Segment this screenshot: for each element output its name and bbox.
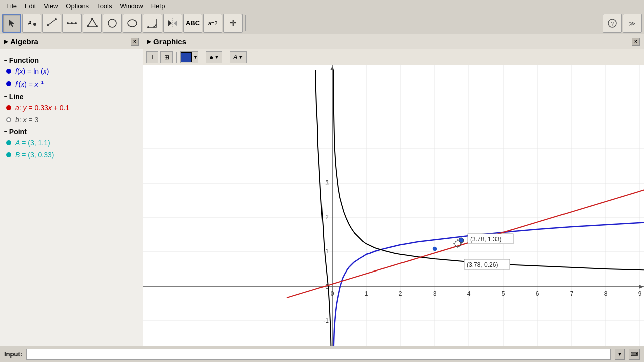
tool-point[interactable]: A: [22, 14, 41, 33]
menu-tools[interactable]: Tools: [93, 1, 116, 11]
svg-point-16: [147, 26, 149, 28]
algebra-item-point-A: A = (3, 1.1): [4, 138, 139, 148]
label-icon: A: [233, 54, 237, 61]
svg-marker-10: [88, 19, 97, 26]
line-b-dot: [6, 117, 11, 122]
section-function: − Function: [4, 56, 139, 64]
tool-text[interactable]: ABC: [183, 14, 202, 33]
tool-polygon[interactable]: [83, 14, 102, 33]
point-B-formula: B = (3, 0.33): [15, 151, 54, 159]
point-toggle[interactable]: −: [4, 129, 7, 134]
input-arrow-btn[interactable]: ▼: [615, 349, 625, 360]
fx-formula: f(x) = ln (x): [15, 67, 49, 75]
svg-text:?: ?: [611, 21, 614, 27]
color-dropdown-arrow[interactable]: ▼: [193, 55, 198, 60]
menu-help[interactable]: Help: [147, 1, 169, 11]
input-label: Input:: [4, 350, 22, 358]
input-field[interactable]: [26, 349, 611, 360]
gtool-sep1: [176, 52, 177, 63]
point-A-marker[interactable]: [432, 246, 437, 251]
svg-line-4: [48, 19, 56, 25]
main-toolbar: A: [0, 12, 644, 34]
line-toggle[interactable]: −: [4, 94, 7, 99]
svg-text:1: 1: [365, 290, 368, 297]
point-A-dot: [6, 140, 11, 145]
line-a-formula: a: y = 0.33x + 0.1: [15, 104, 69, 112]
menu-bar: File Edit View Options Tools Window Help: [0, 0, 644, 12]
menu-edit[interactable]: Edit: [21, 1, 40, 11]
color-picker-btn[interactable]: ▼: [180, 51, 198, 63]
svg-point-5: [55, 18, 57, 20]
svg-rect-23: [143, 65, 644, 346]
tool-reflect[interactable]: [163, 14, 182, 33]
algebra-panel-toggle[interactable]: ▶: [4, 39, 8, 44]
algebra-item-fpx: f′(x) = x−1: [4, 78, 139, 89]
tool-move-view[interactable]: ✛: [223, 14, 243, 33]
tool-angle[interactable]: [143, 14, 162, 33]
algebra-item-line-b: b: x = 3: [4, 115, 139, 125]
main-area: ▶ Algebra × − Function f(x) = ln (x) f′(…: [0, 34, 644, 346]
svg-text:5: 5: [502, 290, 505, 297]
point-size-arrow[interactable]: ▼: [214, 55, 219, 60]
algebra-item-line-a: a: y = 0.33x + 0.1: [4, 103, 139, 113]
menu-view[interactable]: View: [40, 1, 62, 11]
math-graph: 0 1 2 3 4 5 6 7 8 9 10 11 12 1 2: [143, 65, 644, 346]
svg-text:7: 7: [570, 290, 574, 297]
menu-window[interactable]: Window: [116, 1, 147, 11]
svg-point-9: [75, 22, 77, 24]
svg-text:4: 4: [467, 290, 471, 297]
tool-circle[interactable]: [103, 14, 122, 33]
graphics-panel-toggle[interactable]: ▶: [147, 39, 151, 44]
svg-text:2: 2: [325, 214, 329, 221]
toolbar-right-group: ? ≫: [603, 14, 642, 33]
line-b-formula: b: x = 3: [15, 116, 38, 124]
svg-point-13: [87, 25, 89, 27]
input-keyboard-btn[interactable]: ⌨: [629, 349, 640, 360]
point-section-label: Point: [9, 128, 27, 136]
svg-text:≫: ≫: [629, 20, 636, 27]
tool-select[interactable]: [2, 14, 21, 33]
point-size-icon: ●: [209, 53, 213, 61]
menu-file[interactable]: File: [2, 1, 21, 11]
svg-text:A: A: [27, 20, 32, 27]
label-arrow[interactable]: ▼: [238, 55, 243, 60]
svg-point-12: [96, 25, 98, 27]
graphics-toolbar: ⊥ ⊞ ▼ ● ▼ A ▼: [143, 49, 644, 65]
algebra-item-fx: f(x) = ln (x): [4, 66, 139, 76]
point-size-btn[interactable]: ● ▼: [206, 51, 222, 63]
tool-expression[interactable]: a=2: [203, 14, 222, 33]
toolbar-help-btn[interactable]: ?: [603, 14, 622, 33]
svg-text:3: 3: [433, 290, 437, 297]
function-section-label: Function: [9, 56, 39, 64]
function-toggle[interactable]: −: [4, 58, 7, 63]
algebra-close-btn[interactable]: ×: [131, 38, 139, 46]
svg-point-14: [108, 19, 116, 27]
fx-dot: [6, 69, 11, 74]
gtool-sep2: [202, 52, 202, 63]
line-section-label: Line: [9, 93, 24, 101]
axes-btn[interactable]: ⊥: [146, 51, 158, 63]
toolbar-more-btn[interactable]: ≫: [623, 14, 642, 33]
point-B-dot: [6, 152, 11, 157]
canvas-area[interactable]: 0 1 2 3 4 5 6 7 8 9 10 11 12 1 2: [143, 65, 644, 346]
svg-text:3: 3: [325, 179, 329, 187]
color-swatch: [181, 52, 192, 62]
graphics-panel: ▶ Graphics × ⊥ ⊞ ▼ ● ▼ A ▼: [143, 34, 644, 346]
tool-segment[interactable]: [42, 14, 61, 33]
menu-options[interactable]: Options: [62, 1, 93, 11]
svg-text:2: 2: [399, 290, 403, 297]
grid-btn[interactable]: ⊞: [160, 51, 173, 63]
svg-marker-19: [174, 20, 177, 26]
gtool-sep3: [226, 52, 226, 63]
text-tool-label: ABC: [186, 19, 200, 27]
tool-multipoint[interactable]: [62, 14, 82, 33]
tool-conic[interactable]: [123, 14, 142, 33]
line-a-dot: [6, 105, 11, 110]
svg-text:(3.78, 0.26): (3.78, 0.26): [467, 261, 498, 268]
algebra-item-point-B: B = (3, 0.33): [4, 150, 139, 160]
point-A-formula: A = (3, 1.1): [15, 139, 50, 147]
graphics-close-btn[interactable]: ×: [632, 38, 640, 46]
svg-text:1: 1: [325, 248, 329, 255]
graphics-header: ▶ Graphics ×: [143, 34, 644, 49]
label-btn[interactable]: A ▼: [230, 51, 247, 63]
